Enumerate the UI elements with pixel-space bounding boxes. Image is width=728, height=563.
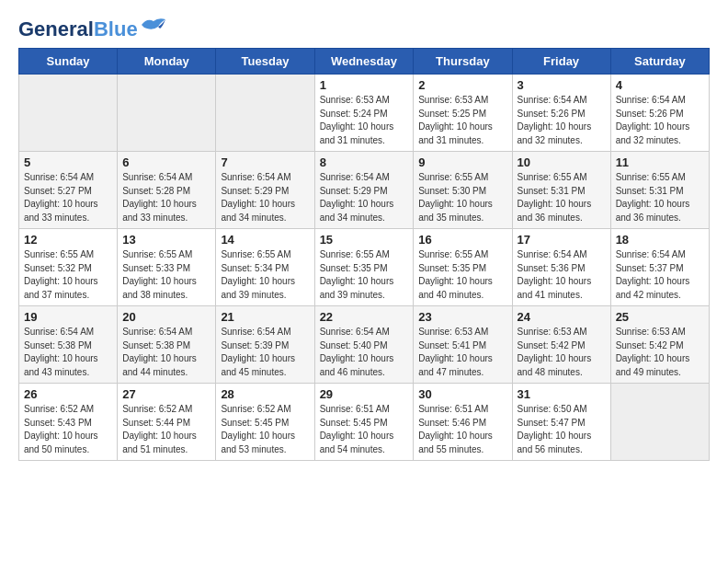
day-info: Sunrise: 6:54 AMSunset: 5:38 PMDaylight:… (122, 326, 210, 379)
header-friday: Friday (512, 49, 610, 75)
calendar-header-row: Sunday Monday Tuesday Wednesday Thursday… (19, 49, 710, 75)
header-wednesday: Wednesday (314, 49, 414, 75)
table-row: 11 Sunrise: 6:55 AMSunset: 5:31 PMDaylig… (610, 152, 709, 229)
table-row: 22 Sunrise: 6:54 AMSunset: 5:40 PMDaylig… (314, 306, 414, 384)
header-saturday: Saturday (610, 49, 709, 75)
day-number: 6 (122, 155, 210, 169)
table-row: 31 Sunrise: 6:50 AMSunset: 5:47 PMDaylig… (512, 384, 610, 461)
page: GeneralBlue Sunday Monday Tuesday Wednes… (0, 0, 728, 470)
table-row: 10 Sunrise: 6:55 AMSunset: 5:31 PMDaylig… (512, 152, 610, 229)
table-row: 9 Sunrise: 6:55 AMSunset: 5:30 PMDayligh… (414, 152, 512, 229)
day-number: 18 (616, 233, 704, 247)
day-number: 1 (320, 78, 409, 92)
day-info: Sunrise: 6:51 AMSunset: 5:45 PMDaylight:… (320, 403, 409, 456)
day-number: 20 (122, 310, 210, 324)
table-row: 17 Sunrise: 6:54 AMSunset: 5:36 PMDaylig… (512, 229, 610, 306)
day-info: Sunrise: 6:50 AMSunset: 5:47 PMDaylight:… (518, 403, 606, 456)
day-number: 29 (320, 387, 409, 401)
day-info: Sunrise: 6:54 AMSunset: 5:39 PMDaylight:… (221, 326, 309, 379)
table-row: 16 Sunrise: 6:55 AMSunset: 5:35 PMDaylig… (414, 229, 512, 306)
header-monday: Monday (118, 49, 216, 75)
table-row: 13 Sunrise: 6:55 AMSunset: 5:33 PMDaylig… (118, 229, 216, 306)
day-number: 17 (518, 233, 606, 247)
table-row: 26 Sunrise: 6:52 AMSunset: 5:43 PMDaylig… (19, 384, 118, 461)
table-row: 19 Sunrise: 6:54 AMSunset: 5:38 PMDaylig… (19, 306, 118, 384)
day-number: 2 (418, 78, 506, 92)
day-number: 30 (418, 387, 506, 401)
day-info: Sunrise: 6:54 AMSunset: 5:29 PMDaylight:… (221, 171, 309, 224)
logo-text: GeneralBlue (18, 18, 138, 40)
day-number: 27 (122, 387, 210, 401)
day-info: Sunrise: 6:53 AMSunset: 5:42 PMDaylight:… (616, 326, 704, 379)
day-number: 15 (320, 233, 409, 247)
day-info: Sunrise: 6:53 AMSunset: 5:41 PMDaylight:… (418, 326, 506, 379)
table-row: 24 Sunrise: 6:53 AMSunset: 5:42 PMDaylig… (512, 306, 610, 384)
day-info: Sunrise: 6:54 AMSunset: 5:26 PMDaylight:… (616, 94, 704, 147)
day-info: Sunrise: 6:54 AMSunset: 5:29 PMDaylight:… (320, 171, 409, 224)
table-row: 5 Sunrise: 6:54 AMSunset: 5:27 PMDayligh… (19, 152, 118, 229)
table-row: 6 Sunrise: 6:54 AMSunset: 5:28 PMDayligh… (118, 152, 216, 229)
day-number: 3 (518, 78, 606, 92)
day-number: 19 (24, 310, 112, 324)
table-row: 4 Sunrise: 6:54 AMSunset: 5:26 PMDayligh… (610, 75, 709, 152)
day-info: Sunrise: 6:54 AMSunset: 5:38 PMDaylight:… (24, 326, 112, 379)
table-row: 8 Sunrise: 6:54 AMSunset: 5:29 PMDayligh… (314, 152, 414, 229)
day-info: Sunrise: 6:55 AMSunset: 5:35 PMDaylight:… (418, 248, 506, 302)
day-number: 26 (24, 387, 112, 401)
table-row (610, 384, 709, 461)
day-number: 11 (616, 155, 704, 169)
day-info: Sunrise: 6:52 AMSunset: 5:43 PMDaylight:… (24, 403, 112, 456)
day-number: 9 (418, 155, 506, 169)
table-row: 18 Sunrise: 6:54 AMSunset: 5:37 PMDaylig… (610, 229, 709, 306)
table-row: 23 Sunrise: 6:53 AMSunset: 5:41 PMDaylig… (414, 306, 512, 384)
header-thursday: Thursday (414, 49, 512, 75)
day-number: 14 (221, 233, 309, 247)
table-row: 12 Sunrise: 6:55 AMSunset: 5:32 PMDaylig… (19, 229, 118, 306)
table-row: 21 Sunrise: 6:54 AMSunset: 5:39 PMDaylig… (216, 306, 314, 384)
table-row: 3 Sunrise: 6:54 AMSunset: 5:26 PMDayligh… (512, 75, 610, 152)
day-number: 4 (616, 78, 704, 92)
day-number: 10 (518, 155, 606, 169)
day-info: Sunrise: 6:54 AMSunset: 5:27 PMDaylight:… (24, 171, 112, 224)
day-info: Sunrise: 6:51 AMSunset: 5:46 PMDaylight:… (418, 403, 506, 456)
day-info: Sunrise: 6:52 AMSunset: 5:44 PMDaylight:… (122, 403, 210, 456)
day-number: 31 (518, 387, 606, 401)
day-number: 24 (518, 310, 606, 324)
calendar-week-row: 12 Sunrise: 6:55 AMSunset: 5:32 PMDaylig… (19, 229, 710, 306)
day-info: Sunrise: 6:55 AMSunset: 5:31 PMDaylight:… (616, 171, 704, 224)
day-number: 23 (418, 310, 506, 324)
day-info: Sunrise: 6:54 AMSunset: 5:37 PMDaylight:… (616, 248, 704, 302)
day-info: Sunrise: 6:54 AMSunset: 5:26 PMDaylight:… (518, 94, 606, 147)
table-row: 28 Sunrise: 6:52 AMSunset: 5:45 PMDaylig… (216, 384, 314, 461)
table-row: 20 Sunrise: 6:54 AMSunset: 5:38 PMDaylig… (118, 306, 216, 384)
day-number: 25 (616, 310, 704, 324)
table-row: 1 Sunrise: 6:53 AMSunset: 5:24 PMDayligh… (314, 75, 414, 152)
day-info: Sunrise: 6:53 AMSunset: 5:42 PMDaylight:… (518, 326, 606, 379)
table-row: 7 Sunrise: 6:54 AMSunset: 5:29 PMDayligh… (216, 152, 314, 229)
header-sunday: Sunday (19, 49, 118, 75)
day-info: Sunrise: 6:54 AMSunset: 5:36 PMDaylight:… (518, 248, 606, 302)
day-number: 7 (221, 155, 309, 169)
header: GeneralBlue (18, 18, 710, 40)
day-info: Sunrise: 6:53 AMSunset: 5:25 PMDaylight:… (418, 94, 506, 147)
table-row: 15 Sunrise: 6:55 AMSunset: 5:35 PMDaylig… (314, 229, 414, 306)
logo-bird-icon (140, 16, 167, 36)
day-number: 12 (24, 233, 112, 247)
day-number: 8 (320, 155, 409, 169)
day-number: 28 (221, 387, 309, 401)
day-info: Sunrise: 6:55 AMSunset: 5:34 PMDaylight:… (221, 248, 309, 302)
day-info: Sunrise: 6:54 AMSunset: 5:28 PMDaylight:… (122, 171, 210, 224)
table-row: 29 Sunrise: 6:51 AMSunset: 5:45 PMDaylig… (314, 384, 414, 461)
day-info: Sunrise: 6:55 AMSunset: 5:33 PMDaylight:… (122, 248, 210, 302)
table-row: 14 Sunrise: 6:55 AMSunset: 5:34 PMDaylig… (216, 229, 314, 306)
calendar-week-row: 26 Sunrise: 6:52 AMSunset: 5:43 PMDaylig… (19, 384, 710, 461)
day-number: 21 (221, 310, 309, 324)
day-info: Sunrise: 6:55 AMSunset: 5:31 PMDaylight:… (518, 171, 606, 224)
table-row (216, 75, 314, 152)
calendar-week-row: 1 Sunrise: 6:53 AMSunset: 5:24 PMDayligh… (19, 75, 710, 152)
day-number: 16 (418, 233, 506, 247)
day-info: Sunrise: 6:55 AMSunset: 5:35 PMDaylight:… (320, 248, 409, 302)
calendar-table: Sunday Monday Tuesday Wednesday Thursday… (18, 48, 710, 461)
day-info: Sunrise: 6:54 AMSunset: 5:40 PMDaylight:… (320, 326, 409, 379)
calendar-week-row: 5 Sunrise: 6:54 AMSunset: 5:27 PMDayligh… (19, 152, 710, 229)
